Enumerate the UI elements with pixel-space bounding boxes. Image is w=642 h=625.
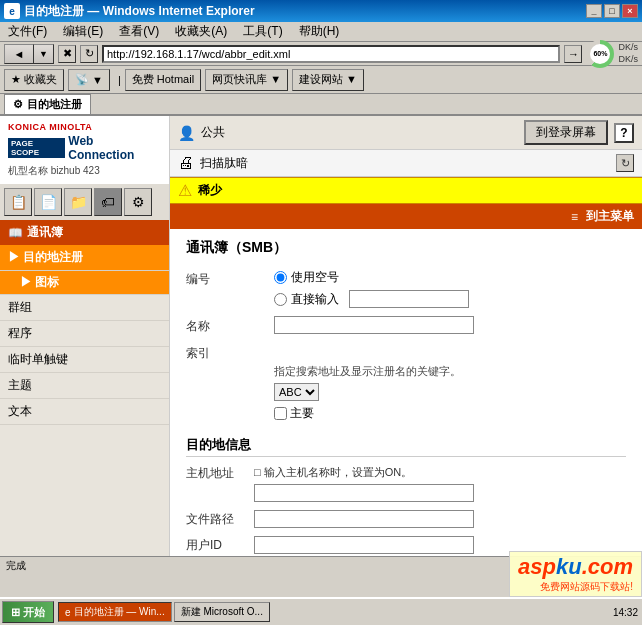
index-group: 索引 指定搜索地址及显示注册名的关键字。 ABC 主要	[186, 343, 626, 422]
icon-btn-5[interactable]: ⚙	[124, 188, 152, 216]
taskbar-tray: 14:32	[613, 607, 638, 618]
index-note-area: 指定搜索地址及显示注册名的关键字。 ABC 主要	[274, 364, 626, 422]
header-menu[interactable]: ≡ 到主菜单	[571, 208, 634, 225]
host-addr-input[interactable]	[254, 484, 474, 502]
sidebar-item-text[interactable]: 文本	[0, 399, 169, 425]
help-button[interactable]: ?	[614, 123, 634, 143]
arrow-icon: ▶	[8, 250, 23, 264]
tab-dest-register[interactable]: ⚙ 目的地注册	[4, 94, 91, 114]
dest-info-title: 目的地信息	[186, 436, 626, 457]
pagescope-area: PAGE SCOPE Web Connection	[8, 134, 161, 162]
menubar: 文件(F) 编辑(E) 查看(V) 收藏夹(A) 工具(T) 帮助(H)	[0, 22, 642, 42]
pagescope-icon: PAGE SCOPE	[8, 138, 65, 158]
main-checkbox[interactable]	[274, 407, 287, 420]
sidebar-item-theme[interactable]: 主题	[0, 373, 169, 399]
sub-arrow-icon: ▶	[20, 275, 35, 289]
sidebar-item-temp[interactable]: 临时单触键	[0, 347, 169, 373]
name-label: 名称	[186, 316, 266, 335]
refresh-button[interactable]: ↻	[80, 45, 98, 63]
sidebar-header: 📖 通讯簿	[0, 220, 169, 245]
minimize-button[interactable]: _	[586, 4, 602, 18]
public-section: 👤 公共	[178, 124, 225, 141]
speed-indicator: DK/s DK/s	[618, 42, 638, 65]
direct-input-radio[interactable]	[274, 293, 287, 306]
aspku-sub: 免费网站源码下载站!	[540, 580, 633, 594]
userid-input[interactable]	[254, 536, 474, 554]
taskbar-ie-item[interactable]: e 目的地注册 — Win...	[58, 602, 172, 622]
icon-btn-1[interactable]: 📋	[4, 188, 32, 216]
content-area: 👤 公共 到登录屏幕 ? 🖨 扫描肽暗 ↻ ⚠ 稀少 placeholder ≡	[170, 116, 642, 556]
host-input-row[interactable]	[254, 484, 626, 502]
form-title: 通讯簿（SMB）	[186, 239, 626, 257]
number-radio-group[interactable]: 使用空号 直接输入	[274, 269, 469, 308]
main-label: 主要	[290, 405, 314, 422]
filepath-input[interactable]	[254, 510, 474, 528]
header-actions[interactable]: 到登录屏幕 ?	[524, 120, 634, 145]
name-input[interactable]	[274, 316, 474, 334]
progress-circle: 60%	[586, 40, 614, 68]
progress-indicator: 60%	[586, 40, 614, 68]
direct-input-label: 直接输入	[291, 291, 339, 308]
taskbar-office-item[interactable]: 新建 Microsoft O...	[174, 602, 270, 622]
direct-input-field[interactable]	[349, 290, 469, 308]
to-screen-button[interactable]: 到登录屏幕	[524, 120, 608, 145]
tray-time: 14:32	[613, 607, 638, 618]
warning-bar: ⚠ 稀少	[170, 177, 642, 204]
favorites-button[interactable]: ★ 收藏夹	[4, 69, 64, 91]
address-input[interactable]	[102, 45, 560, 63]
icon-row[interactable]: 📋 📄 📁 🏷 ⚙	[0, 184, 169, 220]
stop-button[interactable]: ✖	[58, 45, 76, 63]
sidebar-item-group[interactable]: 群组	[0, 295, 169, 321]
form-area: 通讯簿（SMB） 编号 使用空号 直接输入	[170, 229, 642, 556]
warning-text: 稀少	[198, 182, 222, 199]
sidebar-item-dest-register[interactable]: ▶ 目的地注册	[0, 245, 169, 271]
menu-favorites[interactable]: 收藏夹(A)	[171, 22, 231, 41]
direct-input-option[interactable]: 直接输入	[274, 290, 469, 308]
abc-select[interactable]: ABC	[274, 383, 319, 401]
scan-label: 扫描肽暗	[200, 155, 248, 172]
sidebar-item-program[interactable]: 程序	[0, 321, 169, 347]
index-controls[interactable]: ABC	[274, 383, 626, 401]
menu-help[interactable]: 帮助(H)	[295, 22, 344, 41]
user-icon: 👤	[178, 125, 195, 141]
window-controls[interactable]: _ □ ×	[586, 4, 638, 18]
menu-view[interactable]: 查看(V)	[115, 22, 163, 41]
number-label: 编号	[186, 269, 266, 288]
nav-buttons[interactable]: ◄ ▼	[4, 44, 54, 64]
icon-btn-4[interactable]: 🏷	[94, 188, 122, 216]
menu-file[interactable]: 文件(F)	[4, 22, 51, 41]
host-addr-group: 主机地址 □ 输入主机名称时，设置为ON。	[186, 465, 626, 502]
menu-edit[interactable]: 编辑(E)	[59, 22, 107, 41]
go-button[interactable]: →	[564, 45, 582, 63]
maximize-button[interactable]: □	[604, 4, 620, 18]
sidebar-item-icon[interactable]: ▶ 图标	[0, 271, 169, 295]
hotmail-button[interactable]: 免费 Hotmail	[125, 69, 201, 91]
start-button[interactable]: ⊞ 开始	[2, 601, 54, 623]
menu-tools[interactable]: 工具(T)	[239, 22, 286, 41]
konica-logo: KONICA MINOLTA	[8, 122, 161, 132]
watermark-area: aspku.com 免费网站源码下载站!	[509, 551, 642, 597]
forward-dropdown[interactable]: ▼	[34, 44, 54, 64]
tab-icon: ⚙	[13, 98, 23, 111]
ie-icon: e	[4, 3, 20, 19]
windows-icon: ⊞	[11, 606, 20, 619]
pagestore-button[interactable]: 网页快讯库 ▼	[205, 69, 288, 91]
use-empty-label: 使用空号	[291, 269, 339, 286]
feeds-button[interactable]: 📡 ▼	[68, 69, 110, 91]
sidebar-header-icon: 📖	[8, 226, 23, 240]
main-checkbox-group[interactable]: 主要	[274, 405, 626, 422]
index-note: 指定搜索地址及显示注册名的关键字。	[274, 364, 626, 379]
use-empty-radio[interactable]	[274, 271, 287, 284]
number-group: 编号 使用空号 直接输入	[186, 269, 626, 308]
content-header: placeholder ≡ 到主菜单	[170, 204, 642, 229]
close-button[interactable]: ×	[622, 4, 638, 18]
buildsite-button[interactable]: 建设网站 ▼	[292, 69, 364, 91]
scan-refresh-button[interactable]: ↻	[616, 154, 634, 172]
host-addr-note: □ 输入主机名称时，设置为ON。	[254, 465, 412, 480]
back-button[interactable]: ◄	[4, 44, 34, 64]
main-menu-label[interactable]: 到主菜单	[586, 208, 634, 225]
use-empty-option[interactable]: 使用空号	[274, 269, 469, 286]
name-group: 名称	[186, 316, 626, 335]
icon-btn-3[interactable]: 📁	[64, 188, 92, 216]
icon-btn-2[interactable]: 📄	[34, 188, 62, 216]
